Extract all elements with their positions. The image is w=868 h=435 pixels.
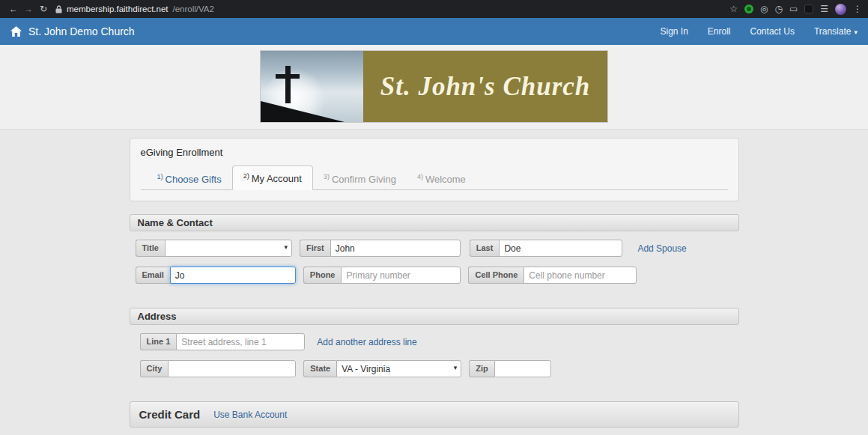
zip-label: Zip	[469, 360, 494, 377]
state-group: State VA - Virginia ▾	[303, 360, 461, 377]
list-extension-icon[interactable]: ☰	[820, 4, 828, 13]
tab-confirm-giving: 3)Confirm Giving	[313, 167, 407, 190]
address-line1-group: Line 1	[140, 333, 306, 350]
last-name-input[interactable]	[499, 240, 622, 257]
history-extension-icon[interactable]: ◷	[774, 4, 782, 13]
adblock-extension-icon[interactable]	[744, 4, 753, 13]
tab-label: My Account	[252, 173, 302, 184]
browser-chrome: ← → ↻ membership.faithdirect.net/enroll/…	[0, 0, 868, 18]
enrollment-title: eGiving Enrollment	[141, 147, 728, 158]
cell-phone-label: Cell Phone	[468, 267, 523, 284]
last-name-group: Last	[470, 240, 623, 257]
address-section: Address Line 1 Add another address line …	[130, 308, 739, 389]
add-address-line-link[interactable]: Add another address line	[317, 337, 416, 347]
menu-kebab-icon[interactable]: ⋮	[853, 4, 862, 13]
home-icon[interactable]	[10, 26, 22, 37]
nav-enroll[interactable]: Enroll	[708, 26, 731, 37]
url-host: membership.faithdirect.net	[67, 4, 169, 13]
chevron-down-icon: ▾	[854, 28, 858, 36]
cell-phone-group: Cell Phone	[468, 267, 637, 284]
cross-icon	[285, 66, 291, 103]
enrollment-panel: eGiving Enrollment 1)Choose Gifts 2)My A…	[130, 138, 739, 201]
nav-sign-in[interactable]: Sign In	[660, 26, 688, 37]
pip-icon[interactable]: ▭	[789, 4, 798, 13]
url-path: /enroll/VA2	[173, 4, 214, 13]
enrollment-tabs: 1)Choose Gifts 2)My Account 3)Confirm Gi…	[141, 165, 728, 190]
church-banner: St. John's Church	[261, 51, 607, 122]
banner-cross-photo	[261, 51, 363, 122]
nav-translate[interactable]: Translate▾	[814, 26, 858, 37]
email-label: Email	[136, 267, 170, 284]
site-navbar: St. John Demo Church Sign In Enroll Cont…	[0, 18, 868, 45]
church-roof-base	[261, 115, 313, 122]
cross-icon-arm	[276, 74, 300, 79]
name-contact-section: Name & Contact Title ▾ First Last	[130, 214, 739, 295]
nav-contact-us[interactable]: Contact Us	[750, 26, 795, 37]
phone-group: Phone	[303, 267, 461, 284]
tab-number: 3)	[324, 173, 330, 180]
tab-label: Welcome	[425, 174, 466, 185]
reload-icon[interactable]: ↻	[36, 4, 51, 14]
credit-card-header: Credit Card Use Bank Account	[130, 401, 739, 428]
dark-extension-icon[interactable]	[804, 4, 813, 13]
forward-icon[interactable]: →	[21, 4, 36, 14]
tab-label: Choose Gifts	[166, 174, 222, 185]
city-group: City	[140, 360, 297, 377]
add-spouse-link[interactable]: Add Spouse	[637, 243, 686, 254]
cell-phone-input[interactable]	[523, 267, 637, 284]
state-label: State	[303, 360, 336, 377]
phone-label: Phone	[303, 267, 342, 284]
tab-choose-gifts[interactable]: 1)Choose Gifts	[147, 167, 232, 190]
main-content: eGiving Enrollment 1)Choose Gifts 2)My A…	[130, 138, 739, 435]
first-name-group: First	[300, 240, 461, 257]
credit-card-heading: Credit Card	[139, 408, 201, 421]
site-title: St. John Demo Church	[28, 25, 135, 37]
last-name-label: Last	[470, 240, 500, 257]
title-select[interactable]	[165, 240, 292, 257]
tab-number: 4)	[417, 173, 423, 180]
church-name: St. John's Church	[380, 72, 591, 102]
zip-group: Zip	[469, 360, 551, 377]
bookmark-star-icon[interactable]: ☆	[729, 4, 738, 13]
first-name-input[interactable]	[330, 240, 461, 257]
profile-avatar[interactable]	[835, 4, 846, 15]
tab-my-account[interactable]: 2)My Account	[232, 165, 313, 190]
city-input[interactable]	[168, 360, 296, 377]
address-heading: Address	[130, 308, 739, 325]
banner-title-box: St. John's Church	[363, 51, 607, 122]
card-logos: VISA MasterCard DISCOVER AMERICAN EXPRES…	[130, 428, 739, 435]
email-input[interactable]	[170, 267, 296, 284]
tab-number: 1)	[157, 173, 163, 180]
zip-input[interactable]	[494, 360, 551, 377]
city-label: City	[140, 360, 169, 377]
brand: St. John Demo Church	[10, 25, 135, 37]
address-bar[interactable]: membership.faithdirect.net/enroll/VA2	[55, 4, 722, 13]
banner-strip: St. John's Church	[0, 45, 868, 130]
lock-icon	[55, 5, 62, 13]
first-name-label: First	[300, 240, 330, 257]
tab-label: Confirm Giving	[332, 174, 396, 185]
tab-welcome: 4)Welcome	[407, 167, 476, 190]
title-label: Title	[136, 240, 165, 257]
name-contact-heading: Name & Contact	[130, 214, 739, 231]
state-select[interactable]: VA - Virginia	[336, 360, 461, 377]
use-bank-account-link[interactable]: Use Bank Account	[213, 410, 287, 420]
nav-translate-label: Translate	[814, 26, 852, 37]
line1-input[interactable]	[176, 333, 305, 350]
check-circle-extension-icon[interactable]: ◎	[760, 4, 768, 13]
line1-label: Line 1	[140, 333, 177, 350]
credit-card-section: Credit Card Use Bank Account VISA Master…	[130, 401, 739, 435]
phone-input[interactable]	[341, 267, 461, 284]
tab-number: 2)	[243, 172, 249, 180]
email-group: Email	[136, 267, 296, 284]
title-group: Title ▾	[136, 240, 292, 257]
back-icon[interactable]: ←	[6, 4, 21, 14]
